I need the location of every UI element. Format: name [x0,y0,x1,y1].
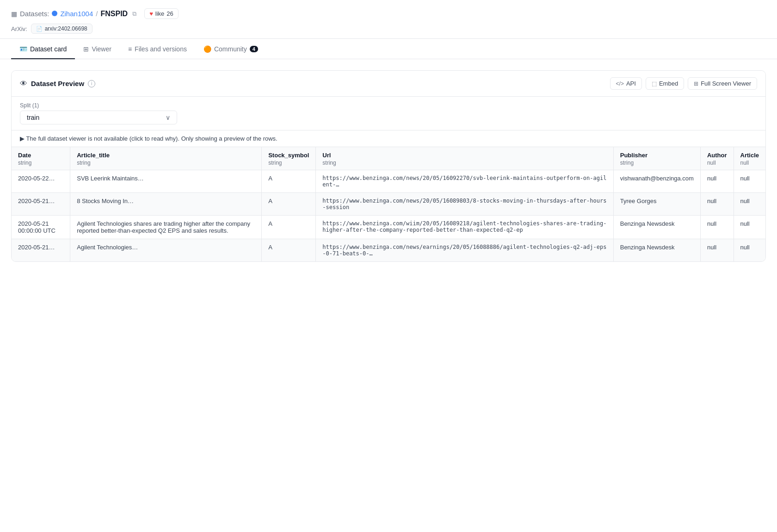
table-header-row: Date string Article_title string Stock_s… [12,147,765,170]
arxiv-label: ArXiv: [11,25,27,32]
api-button[interactable]: </> API [610,77,642,90]
data-table: Date string Article_title string Stock_s… [12,147,765,261]
tab-viewer[interactable]: ⊞ Viewer [75,39,120,59]
col-header-article-title: Article_title string [70,147,262,170]
arxiv-id: arxiv:2402.06698 [45,25,87,32]
copy-icon[interactable]: ⧉ [130,10,138,18]
user-link[interactable]: Zihan1004 [60,10,93,18]
split-selector[interactable]: train ∨ [20,111,177,124]
notice-bar[interactable]: ▶ The full dataset viewer is not availab… [12,130,765,147]
col-name-date: Date [18,152,31,159]
preview-card: 👁 Dataset Preview i </> API ⬚ Embed ⊞ Fu… [11,70,766,262]
chevron-down-icon: ∨ [166,114,170,121]
cell-article-1: null [734,170,765,193]
col-name-url: Url [322,152,331,159]
tab-dataset-card-label: Dataset card [30,45,67,53]
table-icon: ⊞ [83,45,89,53]
community-icon: 🟠 [204,45,211,53]
cell-article-title-1: SVB Leerink Maintains… [70,170,262,193]
like-button[interactable]: ♥ like 26 [144,8,179,19]
heart-icon: ♥ [149,10,153,17]
like-count: 26 [166,10,173,17]
info-icon[interactable]: i [88,80,95,87]
preview-title-group: 👁 Dataset Preview i [20,80,95,88]
card-icon: 🪪 [19,45,27,53]
col-type-publisher: string [620,160,694,166]
community-badge: 4 [250,46,258,52]
col-header-stock-symbol: Stock_symbol string [262,147,316,170]
preview-title: Dataset Preview [31,80,84,87]
col-type-url: string [322,160,606,166]
tab-files-and-versions[interactable]: ≡ Files and versions [120,39,195,59]
page-header: ▦ Datasets: Zihan1004 / FNSPID ⧉ ♥ like … [0,0,777,39]
fullscreen-button[interactable]: ⊞ Full Screen Viewer [688,77,757,90]
col-name-article: Article [740,152,759,159]
cell-stock-3: A [262,216,316,239]
split-section: Split (1) train ∨ [12,97,765,130]
preview-card-header: 👁 Dataset Preview i </> API ⬚ Embed ⊞ Fu… [12,71,765,97]
col-type-stock-symbol: string [268,160,309,166]
cell-author-3: null [700,216,734,239]
api-label: API [626,80,636,87]
fullscreen-icon: ⊞ [694,80,698,87]
split-label: Split (1) [20,102,757,109]
slash-sep: / [96,10,98,18]
col-header-publisher: Publisher string [613,147,700,170]
tab-community-label: Community [214,45,247,53]
col-name-author: Author [707,152,727,159]
tab-dataset-card[interactable]: 🪪 Dataset card [11,39,75,59]
split-value: train [27,114,39,121]
cell-publisher-2: Tyree Gorges [613,193,700,216]
blue-dot-icon [52,10,57,18]
tab-viewer-label: Viewer [92,45,111,53]
cell-url-4[interactable]: https://www.benzinga.com/news/earnings/2… [316,239,613,262]
cell-author-4: null [700,239,734,262]
embed-label: Embed [659,80,678,87]
cell-date-4: 2020-05-21… [12,239,70,262]
cell-publisher-3: Benzinga Newsdesk [613,216,700,239]
fullscreen-label: Full Screen Viewer [701,80,751,87]
api-icon: </> [616,80,624,87]
cell-url-2[interactable]: https://www.benzinga.com/news/20/05/1608… [316,193,613,216]
like-label: like [155,10,165,17]
cell-stock-1: A [262,170,316,193]
table-body: 2020-05-22… SVB Leerink Maintains… A htt… [12,170,765,262]
eye-icon: 👁 [20,80,27,88]
col-header-article: Article null [734,147,765,170]
preview-actions: </> API ⬚ Embed ⊞ Full Screen Viewer [610,77,757,90]
cell-author-2: null [700,193,734,216]
col-name-article-title: Article_title [77,152,110,159]
doc-icon: 📄 [36,26,43,32]
cell-article-3: null [734,216,765,239]
col-header-date: Date string [12,147,70,170]
col-name-publisher: Publisher [620,152,648,159]
table-row: 2020-05-21… 8 Stocks Moving In… A https:… [12,193,765,216]
cell-stock-2: A [262,193,316,216]
col-header-author: Author null [700,147,734,170]
col-type-author: null [707,160,727,166]
cell-date-1: 2020-05-22… [12,170,70,193]
notice-text: ▶ The full dataset viewer is not availab… [20,135,278,142]
cell-article-2: null [734,193,765,216]
cell-author-1: null [700,170,734,193]
table-row: 2020-05-22… SVB Leerink Maintains… A htt… [12,170,765,193]
datasets-icon: ▦ [11,10,17,18]
cell-article-title-3: Agilent Technologies shares are trading … [70,216,262,239]
col-type-date: string [18,160,63,166]
repo-name: FNSPID [100,10,128,18]
col-type-article-title: string [77,160,255,166]
cell-stock-4: A [262,239,316,262]
files-icon: ≡ [128,45,132,53]
cell-article-title-4: Agilent Technologies… [70,239,262,262]
tab-community[interactable]: 🟠 Community 4 [195,39,266,59]
embed-button[interactable]: ⬚ Embed [646,77,684,90]
arxiv-badge[interactable]: 📄 arxiv:2402.06698 [31,24,92,34]
col-name-stock-symbol: Stock_symbol [268,152,309,159]
table-row: 2020-05-21… Agilent Technologies… A http… [12,239,765,262]
cell-url-3[interactable]: https://www.benzinga.com/wiim/20/05/1608… [316,216,613,239]
cell-article-4: null [734,239,765,262]
cell-date-3: 2020-05-21 00:00:00 UTC [12,216,70,239]
cell-publisher-1: vishwanath@benzinga.com [613,170,700,193]
cell-date-2: 2020-05-21… [12,193,70,216]
cell-url-1[interactable]: https://www.benzinga.com/news/20/05/1609… [316,170,613,193]
